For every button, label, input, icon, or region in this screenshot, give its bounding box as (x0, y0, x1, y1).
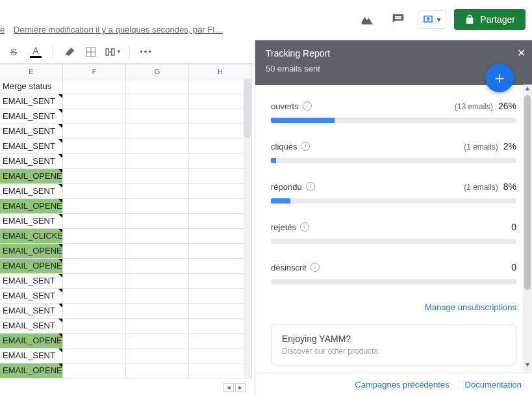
empty-cell[interactable] (189, 94, 252, 109)
empty-cell[interactable] (63, 334, 126, 349)
more-tool[interactable]: ••• (138, 44, 155, 60)
empty-cell[interactable] (189, 214, 252, 229)
empty-cell[interactable] (126, 154, 189, 169)
empty-cell[interactable] (189, 169, 252, 184)
empty-cell[interactable] (189, 244, 252, 259)
empty-cell[interactable] (126, 334, 189, 349)
empty-cell[interactable] (63, 214, 126, 229)
empty-cell[interactable] (63, 169, 126, 184)
empty-cell[interactable] (63, 124, 126, 139)
menu-truncated[interactable]: e (0, 25, 5, 34)
empty-cell[interactable] (189, 154, 252, 169)
empty-cell[interactable] (63, 79, 126, 94)
spreadsheet[interactable]: E F G H Merge statusEMAIL_SENTEMAIL_SENT… (0, 64, 253, 396)
empty-cell[interactable] (126, 244, 189, 259)
empty-cell[interactable] (126, 319, 189, 334)
status-cell[interactable]: EMAIL_SENT (0, 139, 63, 154)
empty-cell[interactable] (189, 363, 252, 378)
status-cell[interactable]: EMAIL_SENT (0, 274, 63, 289)
text-color-tool[interactable]: A (27, 44, 44, 60)
panel-scrollbar[interactable]: ▲ ▼ (523, 85, 532, 371)
empty-cell[interactable] (126, 259, 189, 274)
header-cell[interactable]: Merge status (0, 79, 63, 94)
status-cell[interactable]: EMAIL_CLICKED (0, 229, 63, 244)
borders-tool[interactable] (82, 44, 99, 60)
empty-cell[interactable] (189, 304, 252, 319)
status-cell[interactable]: EMAIL_SENT (0, 94, 63, 109)
empty-cell[interactable] (63, 274, 126, 289)
empty-cell[interactable] (63, 154, 126, 169)
comments-icon[interactable] (386, 8, 410, 31)
empty-cell[interactable] (63, 109, 126, 124)
empty-cell[interactable] (126, 214, 189, 229)
empty-cell[interactable] (63, 139, 126, 154)
share-button[interactable]: Partager (454, 9, 526, 30)
empty-cell[interactable] (63, 363, 126, 378)
empty-cell[interactable] (126, 184, 189, 199)
status-cell[interactable]: EMAIL_SENT (0, 184, 63, 199)
empty-cell[interactable] (126, 289, 189, 304)
empty-cell[interactable] (63, 304, 126, 319)
info-icon[interactable]: i (310, 263, 320, 272)
empty-cell[interactable] (189, 79, 252, 94)
empty-cell[interactable] (189, 139, 252, 154)
fab-add-button[interactable]: + (485, 64, 514, 92)
empty-cell[interactable] (63, 229, 126, 244)
empty-cell[interactable] (189, 124, 252, 139)
status-cell[interactable]: EMAIL_OPENED (0, 259, 63, 274)
col-header[interactable]: G (126, 64, 189, 79)
fill-color-tool[interactable] (60, 44, 77, 60)
sheet-scrollbar[interactable] (244, 79, 251, 378)
merge-tool[interactable]: ▼ (105, 44, 121, 60)
empty-cell[interactable] (126, 109, 189, 124)
strikethrough-tool[interactable]: S (5, 44, 22, 60)
status-cell[interactable]: EMAIL_SENT (0, 289, 63, 304)
empty-cell[interactable] (126, 94, 189, 109)
manage-unsubscriptions-link[interactable]: Manage unsubscriptions (425, 302, 516, 312)
scroll-up-icon[interactable]: ▲ (523, 85, 532, 95)
info-icon[interactable]: i (306, 182, 315, 191)
empty-cell[interactable] (63, 289, 126, 304)
scroll-down-icon[interactable]: ▼ (523, 361, 532, 371)
empty-cell[interactable] (189, 274, 252, 289)
status-cell[interactable]: EMAIL_OPENED (0, 244, 63, 259)
empty-cell[interactable] (189, 319, 252, 334)
empty-cell[interactable] (126, 169, 189, 184)
status-cell[interactable]: EMAIL_SENT (0, 319, 63, 334)
empty-cell[interactable] (189, 199, 252, 214)
empty-cell[interactable] (189, 259, 252, 274)
empty-cell[interactable] (63, 184, 126, 199)
empty-cell[interactable] (126, 229, 189, 244)
empty-cell[interactable] (63, 244, 126, 259)
status-cell[interactable]: EMAIL_OPENED (0, 199, 63, 214)
col-header[interactable]: E (0, 64, 63, 79)
last-modified-link[interactable]: Dernière modification il y a quelques se… (14, 25, 223, 34)
empty-cell[interactable] (189, 334, 252, 349)
status-cell[interactable]: EMAIL_SENT (0, 349, 63, 363)
documentation-link[interactable]: Documentation (465, 380, 522, 389)
previous-campaigns-link[interactable]: Campagnes précédentes (355, 380, 449, 389)
present-button[interactable]: ▼ (418, 10, 446, 29)
status-cell[interactable]: EMAIL_OPENED (0, 363, 63, 378)
col-header[interactable]: F (63, 64, 126, 79)
status-cell[interactable]: EMAIL_OPENED (0, 169, 63, 184)
info-icon[interactable]: i (301, 142, 310, 151)
empty-cell[interactable] (126, 79, 189, 94)
activity-icon[interactable] (355, 8, 379, 31)
empty-cell[interactable] (126, 349, 189, 363)
col-header[interactable]: H (189, 64, 252, 79)
empty-cell[interactable] (63, 199, 126, 214)
empty-cell[interactable] (63, 349, 126, 363)
panel-scroll-thumb[interactable] (524, 95, 531, 290)
empty-cell[interactable] (189, 349, 252, 363)
status-cell[interactable]: EMAIL_SENT (0, 154, 63, 169)
empty-cell[interactable] (126, 363, 189, 378)
empty-cell[interactable] (63, 259, 126, 274)
empty-cell[interactable] (63, 94, 126, 109)
sheet-next[interactable]: ► (235, 383, 246, 392)
status-cell[interactable]: EMAIL_OPENED (0, 334, 63, 349)
info-icon[interactable]: i (300, 222, 309, 231)
empty-cell[interactable] (126, 304, 189, 319)
status-cell[interactable]: EMAIL_SENT (0, 214, 63, 229)
close-icon[interactable]: ✕ (517, 47, 526, 59)
